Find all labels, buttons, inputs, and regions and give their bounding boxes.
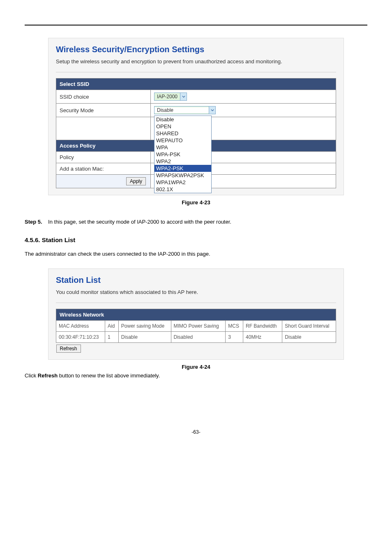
- step-label: Step 5.: [25, 219, 42, 225]
- page-number: -63-: [25, 429, 367, 435]
- settings-table: Select SSID SSID choice IAP-2000 Securit…: [56, 78, 336, 188]
- security-mode-label: Security Mode: [56, 104, 151, 117]
- security-mode-option[interactable]: SHARED: [154, 130, 211, 137]
- select-ssid-header: Select SSID: [56, 79, 336, 90]
- col-mcs: MCS: [226, 320, 243, 331]
- panel-desc-2: You could monitor stations which associa…: [56, 289, 336, 295]
- cell-mimo: Disabled: [171, 331, 226, 342]
- chevron-down-icon: [180, 93, 187, 100]
- policy-label: Policy: [56, 152, 151, 163]
- cell-aid: 1: [105, 331, 119, 342]
- wireless-network-header: Wireless Network: [56, 309, 336, 320]
- spacer-cell: [56, 117, 151, 140]
- ssid-select-value: IAP-2000: [154, 94, 180, 99]
- chevron-down-icon: [209, 106, 215, 114]
- cell-mcs: 3: [226, 331, 243, 342]
- panel-title-2: Station List: [56, 275, 336, 285]
- col-rfbw: RF Bandwidth: [243, 320, 282, 331]
- security-mode-option[interactable]: 802.1X: [154, 186, 211, 193]
- col-mac: MAC Address: [56, 320, 105, 331]
- security-mode-select[interactable]: Disable: [154, 106, 216, 114]
- section-intro: The administrator can check the users co…: [25, 250, 367, 259]
- apply-button[interactable]: Apply: [126, 177, 146, 185]
- refresh-cell: Refresh: [56, 342, 336, 353]
- col-mimo: MIMO Power Saving: [171, 320, 226, 331]
- page-divider: [25, 25, 367, 25]
- security-mode-option[interactable]: WPA2-PSK: [154, 165, 211, 172]
- cell-mac: 00:30:4F:71:10:23: [56, 331, 105, 342]
- section-heading: 4.5.6. Station List: [25, 236, 367, 243]
- panel-divider: [56, 72, 336, 72]
- cell-rfbw: 40MHz: [243, 331, 282, 342]
- panel-description: Setup the wireless security and encrypti…: [56, 58, 336, 65]
- station-table: Wireless Network MAC Address Aid Power s…: [56, 309, 336, 353]
- security-mode-option[interactable]: WPAPSKWPA2PSK: [154, 172, 211, 179]
- figure-caption-1: Figure 4-23: [25, 199, 367, 206]
- col-psm: Power saving Mode: [118, 320, 171, 331]
- security-mode-option[interactable]: OPEN: [154, 123, 211, 130]
- after-bold: Refresh: [38, 372, 58, 379]
- security-mode-option[interactable]: WPA-PSK: [154, 151, 211, 158]
- security-mode-option[interactable]: WPA: [154, 144, 211, 151]
- panel-title: Wireless Security/Encryption Settings: [56, 45, 336, 54]
- after-post: button to renew the list above immediate…: [58, 372, 160, 379]
- security-mode-option[interactable]: Disable: [154, 116, 211, 123]
- after-figure-text: Click Refresh button to renew the list a…: [25, 372, 367, 380]
- security-mode-value: Disable: [154, 107, 209, 113]
- station-list-panel: Station List You could monitor stations …: [48, 268, 344, 360]
- security-mode-option[interactable]: WPA1WPA2: [154, 179, 211, 186]
- col-aid: Aid: [105, 320, 119, 331]
- security-mode-option[interactable]: WPA2: [154, 158, 211, 165]
- refresh-button[interactable]: Refresh: [56, 345, 81, 353]
- security-mode-dropdown[interactable]: DisableOPENSHAREDWEPAUTOWPAWPA-PSKWPA2WP…: [154, 116, 212, 193]
- table-row: 00:30:4F:71:10:23 1 Disable Disabled 3 4…: [56, 331, 336, 342]
- security-mode-cell: Disable DisableOPENSHAREDWEPAUTOWPAWPA-P…: [151, 104, 336, 117]
- figure-caption-2: Figure 4-24: [25, 364, 367, 370]
- cell-sgi: Disable: [282, 331, 336, 342]
- table-header-row: MAC Address Aid Power saving Mode MIMO P…: [56, 320, 336, 331]
- after-pre: Click: [25, 372, 38, 379]
- add-station-label: Add a station Mac:: [56, 163, 151, 175]
- ssid-select[interactable]: IAP-2000: [154, 92, 187, 101]
- step-5-text: Step 5. In this page, set the security m…: [25, 218, 367, 227]
- panel-divider-2: [56, 303, 336, 303]
- ssid-choice-cell: IAP-2000: [151, 90, 336, 104]
- ssid-choice-label: SSID choice: [56, 90, 151, 104]
- step-content: In this page, set the security mode of I…: [48, 219, 231, 225]
- security-mode-option[interactable]: WEPAUTO: [154, 137, 211, 144]
- cell-psm: Disable: [118, 331, 171, 342]
- col-sgi: Short Guard Interval: [282, 320, 336, 331]
- security-settings-panel: Wireless Security/Encryption Settings Se…: [48, 38, 344, 195]
